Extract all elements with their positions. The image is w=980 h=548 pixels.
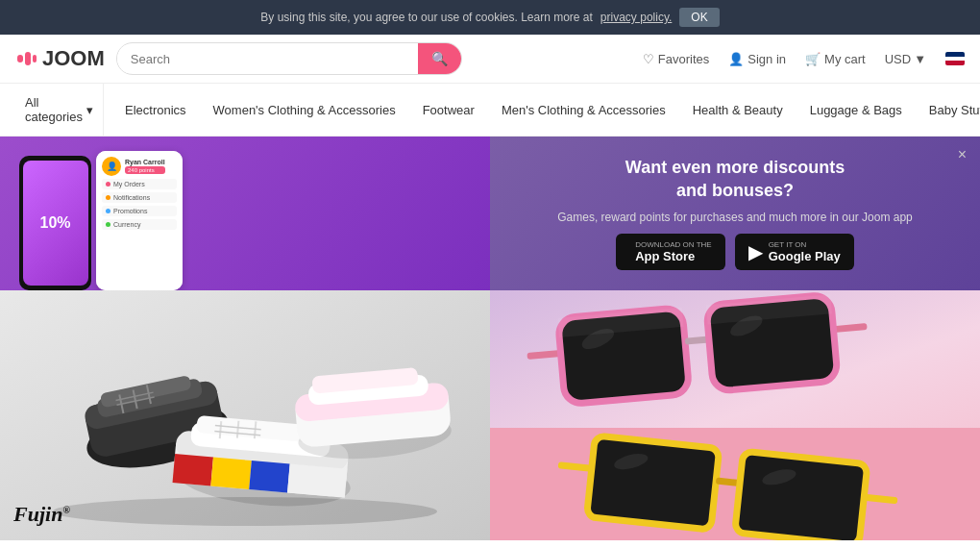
nav-item-electronics[interactable]: Electronics: [111, 91, 200, 129]
logo-icon: [15, 47, 38, 70]
svg-rect-20: [210, 458, 251, 489]
nav-bar: All categories ▾ Electronics Women's Clo…: [0, 84, 980, 137]
svg-rect-44: [558, 461, 593, 472]
logo[interactable]: JOOM: [15, 46, 105, 71]
googleplay-button[interactable]: ▶ GET IT ON Google Play: [735, 234, 854, 270]
googleplay-label: Google Play: [769, 249, 841, 263]
user-icon: 👤: [728, 52, 744, 66]
close-button[interactable]: ×: [958, 146, 967, 163]
user-name: Ryan Carroll: [125, 159, 165, 165]
googleplay-sublabel: GET IT ON: [769, 240, 807, 249]
avatar: 👤: [102, 157, 121, 176]
discount-text: 10%: [39, 214, 70, 232]
nav-item-luggage-bags[interactable]: Luggage & Bags: [796, 91, 916, 129]
cookie-ok-button[interactable]: OK: [679, 8, 719, 27]
sunglasses-svg: [490, 290, 980, 540]
banner-right: × Want even more discountsand bonuses? G…: [490, 137, 980, 290]
phone-mockup-1: 10%: [19, 156, 91, 290]
nav-item-health-beauty[interactable]: Health & Beauty: [679, 91, 796, 129]
svg-rect-19: [173, 454, 213, 486]
menu-orders: My Orders: [102, 179, 177, 189]
brand-logo: Fujin®: [13, 502, 70, 527]
favorites-label: Favorites: [658, 52, 709, 66]
user-row: 👤 Ryan Carroll 240 points: [102, 157, 177, 176]
main-content: 10% 👤 Ryan Carroll 240 points My Orders …: [0, 137, 980, 540]
all-categories-label: All categories: [25, 95, 83, 124]
svg-rect-33: [527, 350, 560, 360]
menu-currency: Currency: [102, 219, 177, 230]
signin-label: Sign in: [747, 52, 786, 66]
search-icon: 🔍: [431, 51, 448, 66]
cookie-banner: By using this site, you agree to our use…: [0, 0, 980, 35]
phone-screen-1: 10%: [23, 161, 88, 286]
cookie-text: By using this site, you agree to our use…: [260, 11, 593, 24]
svg-rect-21: [249, 461, 289, 492]
nav-items: Electronics Women's Clothing & Accessori…: [111, 91, 980, 129]
flag-icon: [945, 52, 965, 65]
appstore-sublabel: Download on the: [635, 240, 711, 249]
svg-rect-1: [25, 52, 31, 65]
nav-item-baby-stuff[interactable]: Baby Stuff: [916, 91, 980, 129]
promo-subtitle: Games, reward points for purchases and m…: [557, 210, 913, 226]
heart-icon: ♡: [643, 52, 654, 66]
appstore-label: App Store: [635, 249, 695, 263]
logo-text: JOOM: [42, 46, 105, 71]
nav-item-womens-clothing[interactable]: Women's Clothing & Accessories: [200, 91, 409, 129]
banner-left: 10% 👤 Ryan Carroll 240 points My Orders …: [0, 137, 490, 290]
svg-rect-0: [17, 55, 23, 62]
nav-item-mens-clothing[interactable]: Men's Clothing & Accessories: [488, 91, 679, 129]
phone-screen-2: 👤 Ryan Carroll 240 points My Orders Noti…: [96, 151, 183, 290]
appstore-button[interactable]: Download on the App Store: [616, 234, 724, 270]
svg-rect-34: [833, 323, 867, 333]
googleplay-text: GET IT ON Google Play: [769, 240, 841, 263]
menu-promotions: Promotions: [102, 206, 177, 216]
bottom-left-banner[interactable]: Fujin®: [0, 290, 490, 540]
chevron-down-icon: ▼: [914, 52, 926, 66]
sneakers-svg: [34, 300, 456, 531]
search-bar: 🔍: [116, 42, 462, 75]
brand-name: Fujin: [13, 502, 62, 526]
search-button[interactable]: 🔍: [418, 43, 461, 74]
svg-rect-22: [287, 464, 347, 498]
all-categories-button[interactable]: All categories ▾: [15, 84, 104, 136]
sneakers-background: Fujin®: [0, 290, 490, 540]
cart-icon: 🛒: [805, 52, 821, 66]
privacy-policy-link[interactable]: privacy policy.: [600, 11, 672, 24]
mycart-label: My cart: [824, 52, 866, 66]
promo-title: Want even more discountsand bonuses?: [625, 157, 845, 202]
signin-button[interactable]: 👤 Sign in: [728, 52, 786, 66]
sneaker-group: [0, 290, 490, 540]
currency-selector[interactable]: USD ▼: [885, 52, 926, 66]
search-input[interactable]: [117, 45, 418, 73]
favorites-button[interactable]: ♡ Favorites: [643, 52, 709, 66]
nav-item-footwear[interactable]: Footwear: [409, 91, 488, 129]
sunglasses-scene: [490, 290, 980, 540]
bottom-right-banner[interactable]: [490, 290, 980, 540]
appstore-text: Download on the App Store: [635, 240, 711, 263]
svg-rect-45: [864, 494, 898, 505]
brand-tm: ®: [62, 505, 69, 515]
chevron-down-icon: ▾: [86, 103, 93, 117]
app-buttons: Download on the App Store ▶ GET IT ON Go…: [616, 234, 854, 270]
play-icon: ▶: [748, 240, 763, 263]
header: JOOM 🔍 ♡ Favorites 👤 Sign in 🛒 My cart U…: [0, 35, 980, 84]
points-badge: 240 points: [125, 166, 165, 174]
svg-rect-2: [33, 55, 37, 62]
phone-mockup-2: 👤 Ryan Carroll 240 points My Orders Noti…: [96, 151, 183, 290]
currency-label: USD: [885, 52, 911, 66]
mycart-button[interactable]: 🛒 My cart: [805, 52, 866, 66]
header-right: ♡ Favorites 👤 Sign in 🛒 My cart USD ▼: [643, 52, 965, 66]
menu-notifications: Notifications: [102, 192, 177, 203]
